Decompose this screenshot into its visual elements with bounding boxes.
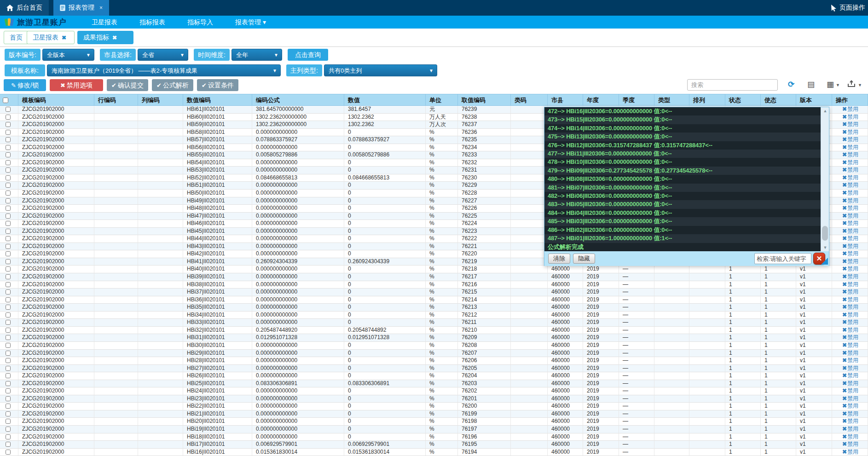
table-row[interactable]: ZJCG201902000HBi23|II0201010.00000000000… [0,395,868,403]
row-checkbox[interactable] [6,373,11,378]
disable-link[interactable]: ✖禁用 [842,433,858,440]
menu-item-0[interactable]: 卫星报表 [81,16,128,29]
table-row[interactable]: ZJCG201902000HBi30|II0201010.00000000000… [0,342,868,350]
disable-link[interactable]: ✖禁用 [842,350,858,356]
row-checkbox[interactable] [6,289,11,294]
disable-link[interactable]: ✖禁用 [842,174,858,181]
top-tab-home[interactable]: 后台首页 [0,0,49,16]
disable-link[interactable]: ✖禁用 [842,372,858,379]
column-header-14[interactable]: 状态 [725,94,761,106]
table-row[interactable]: ZJCG201902000HBi21|II0201010.00000000000… [0,410,868,418]
table-row[interactable]: ZJCG201902000HBi38|II0201010.00000000000… [0,281,868,289]
column-header-0[interactable]: 模板编码 [18,94,94,106]
row-checkbox[interactable] [6,115,11,120]
disable-link[interactable]: ✖禁用 [842,312,858,318]
disable-link[interactable]: ✖禁用 [842,167,858,173]
table-row[interactable]: ZJCG201902000HBi20|II0201010.00000000000… [0,418,868,426]
disable-link[interactable]: ✖禁用 [842,357,858,364]
row-checkbox[interactable] [6,145,11,150]
top-tab-close-icon[interactable]: × [99,5,103,11]
table-row[interactable]: ZJCG201902000HBi18|II0201010.00000000000… [0,433,868,441]
template-select[interactable]: 海南旅游卫星账户（2019全省） ——表2-专项核算成果▼ [47,64,281,76]
table-row[interactable]: ZJCG201902000HBi28|II0201010.00000000000… [0,357,868,365]
disable-link[interactable]: ✖禁用 [842,403,858,409]
column-header-15[interactable]: 使态 [761,94,796,106]
row-checkbox[interactable] [6,198,11,203]
column-header-9[interactable]: 市县 [548,94,583,106]
row-checkbox[interactable] [6,427,11,432]
disable-link[interactable]: ✖禁用 [842,197,858,204]
scroll-down-icon[interactable]: ▼ [821,244,829,251]
search-input[interactable] [687,79,778,91]
hide-button[interactable]: 隐藏 [573,254,595,264]
row-checkbox[interactable] [6,266,11,271]
column-header-4[interactable]: 编码公式 [252,94,344,106]
column-header-12[interactable]: 类型 [654,94,689,106]
row-checkbox[interactable] [6,183,11,188]
row-checkbox[interactable] [6,358,11,363]
row-checkbox[interactable] [6,343,11,348]
disable-link[interactable]: ✖禁用 [842,319,858,325]
chevron-down-icon[interactable]: ▼ [858,83,862,87]
close-icon[interactable]: ✖ [62,35,66,41]
row-checkbox[interactable] [6,328,11,333]
table-row[interactable]: ZJCG201902000HBi22|II0201010.00000000000… [0,403,868,410]
row-checkbox[interactable] [6,434,11,439]
toolbar-button-2[interactable]: ✔确认提交 [107,79,148,91]
row-checkbox[interactable] [6,320,11,325]
console-scrollbar[interactable]: ▲ ▼ [821,107,829,251]
select-all-checkbox[interactable] [3,98,8,103]
row-checkbox[interactable] [6,130,11,135]
row-checkbox[interactable] [6,396,11,401]
disable-link[interactable]: ✖禁用 [842,106,858,112]
row-checkbox[interactable] [6,450,11,455]
disable-link[interactable]: ✖禁用 [842,121,858,127]
column-header-10[interactable]: 年度 [583,94,619,106]
table-row[interactable]: ZJCG201902000HBi35|II0201010.00000000000… [0,304,868,312]
disable-link[interactable]: ✖禁用 [842,395,858,402]
disable-link[interactable]: ✖禁用 [842,136,858,143]
row-checkbox[interactable] [6,259,11,264]
row-checkbox[interactable] [6,236,11,241]
table-row[interactable]: ZJCG201902000HBi25|II0201010.08330630689… [0,380,868,388]
row-checkbox[interactable] [6,419,11,424]
row-checkbox[interactable] [6,206,11,211]
column-header-2[interactable]: 列编码 [138,94,183,106]
toolbar-button-3[interactable]: ✔公式解析 [152,79,193,91]
resize-handle[interactable] [821,258,828,265]
column-header-17[interactable]: 操作 [832,94,868,106]
disable-link[interactable]: ✖禁用 [842,129,858,135]
top-tab-report[interactable]: 报表管理 × [53,0,109,16]
table-row[interactable]: ZJCG201902000HBi33|II0201010.00000000000… [0,319,868,327]
keyword-search-input[interactable] [754,253,811,264]
disable-link[interactable]: ✖禁用 [842,281,858,288]
row-checkbox[interactable] [6,152,11,157]
table-row[interactable]: ZJCG201902000HBi17|II0201010.00692957990… [0,441,868,449]
query-button[interactable]: 点击查询 [288,49,328,61]
row-checkbox[interactable] [6,167,11,173]
row-checkbox[interactable] [6,335,11,340]
table-row[interactable]: ZJCG201902000HBi24|II0201010.00000000000… [0,387,868,395]
table-row[interactable]: ZJCG201902000HBi40|II0201010.00000000000… [0,266,868,273]
disable-link[interactable]: ✖禁用 [842,159,858,166]
close-icon[interactable]: ✖ [112,35,117,41]
disable-link[interactable]: ✖禁用 [842,151,858,158]
page-tab-2[interactable]: 成果指标✖ [77,31,133,44]
row-checkbox[interactable] [6,214,11,219]
menu-item-1[interactable]: 指标报表 [128,16,176,29]
disable-link[interactable]: ✖禁用 [842,289,858,295]
row-checkbox[interactable] [6,312,11,317]
row-checkbox[interactable] [6,160,11,165]
disable-link[interactable]: ✖禁用 [842,418,858,424]
grid-columns-icon[interactable]: ▦ [827,80,834,89]
column-header-3[interactable]: 数值编码 [183,94,252,106]
column-header-7[interactable]: 取值编码 [458,94,511,106]
disable-link[interactable]: ✖禁用 [842,296,858,303]
table-row[interactable]: ZJCG201902000HBi32|II0201010.20548744892… [0,327,868,335]
column-header-6[interactable]: 单位 [426,94,458,106]
page-tab-0[interactable]: 首页 [4,31,29,44]
toolbar-button-1[interactable]: ✖禁用选项 [50,79,103,91]
disable-link[interactable]: ✖禁用 [842,220,858,226]
table-row[interactable]: ZJCG201902000HBi26|II0201010.00000000000… [0,372,868,380]
column-header-5[interactable]: 数值 [344,94,426,106]
